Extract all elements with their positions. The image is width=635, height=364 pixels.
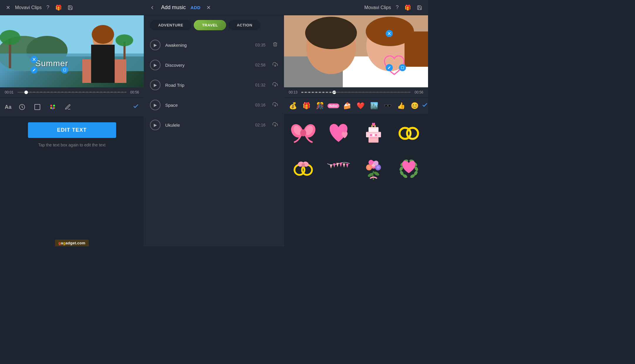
help-button-left[interactable]: ?	[45, 3, 51, 12]
svg-rect-46	[370, 127, 377, 128]
watermark-g: g	[59, 241, 61, 245]
watermark-a2: g	[63, 241, 65, 245]
svg-point-52	[371, 125, 373, 126]
sticker-rings-with-ribbon[interactable]	[288, 153, 319, 185]
play-roadtrip-button[interactable]: ▶	[150, 80, 161, 90]
svg-rect-33	[284, 45, 428, 48]
close-music-button[interactable]: ✕	[205, 3, 212, 12]
music-item-discovery[interactable]: ▶ Discovery 02:58	[146, 55, 281, 75]
music-item-space[interactable]: ▶ Space 03:16	[146, 95, 281, 115]
download-roadtrip-button[interactable]	[273, 82, 278, 89]
app-title-left: Movavi Clips	[15, 5, 42, 10]
left-timeline: 00:01 00:56	[0, 87, 144, 97]
music-duration-roadtrip: 01:32	[255, 83, 265, 87]
svg-point-17	[53, 105, 55, 107]
timeline-end-left: 00:56	[129, 90, 139, 94]
sticker-wedding-cake[interactable]	[358, 118, 390, 149]
add-music-button[interactable]: ADD	[190, 5, 200, 10]
header-left: ✕ Movavi Clips ? 🎁	[5, 3, 142, 12]
download-discovery-button[interactable]	[273, 62, 278, 69]
music-name-roadtrip: Road Trip	[165, 83, 250, 88]
sticker-ribbon-bow[interactable]	[288, 118, 319, 149]
sticker-sunglasses-button[interactable]: 🕶️	[381, 99, 394, 112]
sticker-wedding-rings-gold[interactable]	[393, 118, 425, 149]
text-resize-handle[interactable]	[61, 66, 68, 74]
music-item-ukulele[interactable]: ▶ Ukulele 02:16	[146, 115, 281, 135]
svg-point-16	[50, 105, 52, 107]
download-space-button[interactable]	[273, 102, 278, 108]
sticker-bunting-flags[interactable]	[323, 153, 355, 185]
help-button-right[interactable]: ?	[395, 3, 400, 12]
tab-action[interactable]: ACTION	[228, 20, 260, 30]
tab-adventure[interactable]: ADVENTURE	[150, 20, 191, 30]
svg-rect-32	[405, 31, 428, 67]
svg-point-47	[370, 134, 372, 136]
music-item-awakening[interactable]: ▶ Awakening 03:35	[146, 35, 281, 55]
music-panel: ADVENTURE TRAVEL ACTION ▶ Awakening 03:3…	[144, 15, 284, 246]
sticker-toolbar: 💰 🎁 🎊 Hello! 🍰 ❤️ 🏙️ 🕶️ 👍 😊	[284, 97, 428, 114]
pen-button[interactable]	[61, 100, 75, 114]
music-name-awakening: Awakening	[165, 43, 250, 48]
timeline-playhead	[24, 91, 28, 94]
edit-hint-text: Tap the text box again to edit the text	[38, 143, 106, 147]
svg-point-19	[50, 107, 52, 109]
palette-button[interactable]	[46, 100, 60, 114]
sticker-heart-wreath[interactable]	[393, 153, 425, 185]
play-ukulele-button[interactable]: ▶	[150, 120, 161, 130]
timeline-end-right: 00:56	[413, 90, 423, 94]
sticker-thumbs-button[interactable]: 👍	[395, 99, 407, 112]
svg-point-20	[53, 107, 55, 109]
left-video-preview: Summer	[0, 15, 144, 87]
sticker-edit-handle[interactable]	[386, 64, 393, 71]
sticker-party-button[interactable]: 🎊	[313, 99, 326, 112]
svg-marker-68	[346, 163, 349, 168]
close-app-button[interactable]: ✕	[5, 3, 11, 12]
sticker-heart-button[interactable]: ❤️	[354, 99, 367, 112]
sticker-hello-button[interactable]: Hello!	[327, 99, 340, 112]
text-close-button[interactable]	[31, 56, 38, 63]
frame-style-button[interactable]	[30, 100, 44, 114]
play-discovery-button[interactable]: ▶	[150, 60, 161, 70]
sticker-emoji-button[interactable]: 😊	[408, 99, 421, 112]
confirm-sticker-button[interactable]	[422, 102, 428, 110]
timeline-start-right: 00:13	[289, 90, 299, 94]
header-center: Add music ADD ✕	[142, 3, 286, 12]
sticker-gift-button[interactable]: 🎁	[300, 99, 313, 112]
sticker-heart-pink[interactable]	[323, 118, 355, 149]
sticker-close-button[interactable]	[386, 30, 393, 37]
timeline-track-right[interactable]	[301, 92, 411, 93]
right-timeline: 00:13 00:56	[284, 87, 428, 97]
watermark-rest: adget.com	[66, 241, 86, 245]
timeline-track-left[interactable]	[17, 92, 126, 93]
clock-style-button[interactable]	[15, 100, 29, 114]
sticker-flower-bouquet[interactable]	[358, 153, 390, 185]
music-name-ukulele: Ukulele	[165, 123, 250, 128]
right-video-preview	[284, 15, 428, 87]
tab-travel[interactable]: TRAVEL	[194, 20, 226, 30]
play-space-button[interactable]: ▶	[150, 100, 161, 110]
svg-marker-64	[333, 163, 336, 167]
gift-button-right[interactable]: 🎁	[403, 3, 412, 12]
svg-point-74	[367, 166, 370, 169]
edit-text-button[interactable]: EDIT TEXT	[28, 122, 116, 138]
gift-button-left[interactable]: 🎁	[54, 3, 63, 12]
sticker-cake-small-button[interactable]: 🍰	[340, 99, 353, 112]
play-awakening-button[interactable]: ▶	[150, 40, 161, 50]
top-header: ✕ Movavi Clips ? 🎁 Add music ADD ✕ Movav…	[0, 0, 428, 15]
download-ukulele-button[interactable]	[273, 122, 278, 128]
music-item-roadtrip[interactable]: ▶ Road Trip 01:32	[146, 75, 281, 95]
confirm-text-button[interactable]	[133, 103, 139, 111]
save-button-left[interactable]	[66, 4, 74, 11]
text-style-button[interactable]: Aa	[5, 104, 11, 110]
music-duration-awakening: 03:35	[255, 43, 265, 47]
save-button-right[interactable]	[416, 4, 423, 11]
back-button[interactable]	[148, 4, 156, 12]
svg-point-76	[377, 166, 380, 169]
svg-marker-67	[343, 163, 345, 167]
sticker-resize-handle[interactable]	[399, 64, 406, 71]
sticker-city-button[interactable]: 🏙️	[367, 99, 380, 112]
delete-awakening-button[interactable]	[273, 42, 278, 48]
right-panel: 00:13 00:56 💰 🎁 🎊 Hello! 🍰 ❤️ 🏙️ 🕶️ 👍 😊	[284, 15, 428, 246]
sticker-money-button[interactable]: 💰	[286, 99, 299, 112]
text-edit-handle[interactable]	[31, 66, 38, 74]
